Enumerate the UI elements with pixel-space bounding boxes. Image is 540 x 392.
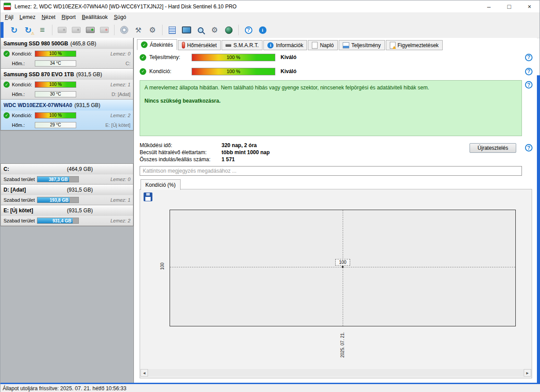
- help-icon[interactable]: [525, 54, 533, 61]
- scroll-right-icon[interactable]: [524, 369, 531, 377]
- disk-header: WDC WD10EZEX-07WN4A0 (931,5 GB): [1, 100, 133, 111]
- disk-start-button[interactable]: [84, 24, 97, 36]
- volume-letter: E: [Új kötet]: [105, 122, 130, 128]
- partition-list: C: (464,9 GB) Szabad terület 387,3 GB Le…: [0, 163, 133, 226]
- tab-smart[interactable]: S.M.A.R.T.: [222, 40, 263, 50]
- help-button[interactable]: [242, 24, 255, 36]
- disk-condition-row: Kondíció: 100 % Lemez: 2: [1, 111, 133, 120]
- chart-plot-area: 100: [170, 210, 516, 326]
- title-bar: Lemez: 2, WDC WD10EZEX-07WN4A0 [WD-WCC6Y…: [0, 0, 540, 12]
- info-icon: [267, 42, 274, 48]
- partition-item-c[interactable]: C: (464,9 GB) Szabad terület 387,3 GB Le…: [1, 164, 133, 185]
- hardware-tools-button[interactable]: [132, 24, 145, 36]
- chart-tab-kondicio[interactable]: Kondíció (%): [141, 179, 181, 190]
- disk-item-2-selected[interactable]: WDC WD10EZEX-07WN4A0 (931,5 GB) Kondíció…: [1, 100, 133, 130]
- disk-eject-button[interactable]: [70, 24, 83, 36]
- report-button[interactable]: [166, 24, 179, 36]
- stat-row: Összes indulás/leállás száma: 1 571: [140, 156, 270, 163]
- tab-naplo[interactable]: Napló: [308, 40, 337, 50]
- condition-label: Kondíció:: [12, 51, 35, 56]
- temp-label: Hőm.:: [12, 61, 35, 66]
- menu-riport[interactable]: Riport: [59, 13, 79, 22]
- tab-label: Napló: [320, 42, 333, 48]
- disk-item-1[interactable]: Samsung SSD 870 EVO 1TB (931,5 GB) Kondí…: [1, 69, 133, 100]
- world-button[interactable]: [222, 24, 235, 36]
- free-space-value: 193,8 GB: [50, 198, 69, 203]
- menu-lemez[interactable]: Lemez: [16, 13, 38, 22]
- stat-value: több mint 1000 nap: [222, 149, 270, 155]
- tab-label: Információk: [276, 42, 303, 48]
- condition-bar: 100 %: [35, 51, 76, 57]
- disk-stop-button[interactable]: [98, 24, 111, 36]
- condition-bar: 100 %: [35, 81, 76, 88]
- toolbar-separator: [52, 25, 52, 35]
- partition-item-d[interactable]: D: [Adat] (931,5 GB) Szabad terület 193,…: [1, 185, 133, 205]
- refresh-warning-button[interactable]: [22, 24, 35, 36]
- disk-seek-button[interactable]: [194, 24, 207, 36]
- settings-gear-icon: [211, 26, 218, 35]
- disk-start-icon: [86, 27, 95, 33]
- toolbar: [0, 22, 540, 38]
- tab-label: Figyelmeztetések: [398, 42, 439, 48]
- partition-size: (464,9 GB): [67, 166, 93, 172]
- main-area: Samsung SSD 980 500GB (465,8 GB) Kondíci…: [0, 38, 540, 383]
- health-status-box: A merevlemez állapota hibátlan. Nem talá…: [140, 80, 522, 136]
- partition-header: C: (464,9 GB): [1, 164, 133, 174]
- partition-name: E: [Új kötet]: [4, 207, 33, 214]
- chart-icon: [343, 42, 349, 48]
- comment-input[interactable]: [140, 166, 522, 176]
- settings-button[interactable]: [208, 24, 221, 36]
- minimize-button[interactable]: –: [479, 0, 499, 12]
- tab-label: Teljesítmény: [351, 42, 381, 48]
- temp-bar: 30 °C: [35, 91, 76, 97]
- temp-bar: 29 °C: [35, 122, 76, 128]
- partition-item-e[interactable]: E: [Új kötet] (931,5 GB) Szabad terület …: [1, 205, 133, 226]
- disk-number: Lemez: 0: [111, 51, 130, 56]
- condition-ok-icon: [140, 68, 146, 75]
- free-space-value: 387,3 GB: [49, 177, 68, 182]
- retest-button[interactable]: Újratesztelés: [470, 143, 516, 153]
- condition-row: Kondíció: 100 % Kiváló: [140, 67, 533, 76]
- monitor-button[interactable]: [180, 24, 193, 36]
- disc-icon: [120, 26, 128, 34]
- disc-burn-button[interactable]: [118, 24, 131, 36]
- menu-bar: Fájl Lemez Nézet Riport Beállítások Súgó: [0, 12, 540, 22]
- save-chart-icon[interactable]: [144, 192, 152, 201]
- disk-item-0[interactable]: Samsung SSD 980 500GB (465,8 GB) Kondíci…: [1, 38, 133, 69]
- menu-fajl[interactable]: Fájl: [2, 13, 16, 22]
- tab-informaciok[interactable]: Információk: [263, 40, 307, 50]
- volume-letter: C:: [126, 61, 130, 66]
- chart-horizontal-scrollbar[interactable]: [141, 369, 531, 377]
- disk-header: Samsung SSD 870 EVO 1TB (931,5 GB): [1, 69, 133, 80]
- refresh-button[interactable]: [7, 24, 21, 36]
- menu-beallitasok[interactable]: Beállítások: [79, 13, 111, 22]
- menu-nezet[interactable]: Nézet: [38, 13, 58, 22]
- surface-details-button[interactable]: [36, 24, 49, 36]
- tab-figyelmeztetesek[interactable]: Figyelmeztetések: [386, 40, 443, 50]
- help-icon[interactable]: [525, 68, 533, 75]
- performance-rating: Kiváló: [281, 54, 296, 60]
- tab-attekintes[interactable]: Áttekintés: [137, 39, 177, 50]
- accent-strip-right: [537, 75, 540, 392]
- disk-number: Lemez: 2: [111, 113, 130, 118]
- menu-sugo[interactable]: Súgó: [111, 13, 129, 22]
- help-icon[interactable]: [525, 144, 533, 152]
- repair-button[interactable]: [146, 24, 159, 36]
- disk-stop-icon: [100, 27, 109, 33]
- main-tabs: Áttekintés Hőmérséklet S.M.A.R.T. Inform…: [137, 39, 444, 50]
- maximize-button[interactable]: □: [499, 0, 519, 12]
- warnings-document-icon: [390, 42, 396, 49]
- disk-back-button[interactable]: [55, 24, 69, 36]
- tab-label: Áttekintés: [150, 42, 173, 48]
- tab-teljesitmeny[interactable]: Teljesítmény: [339, 40, 385, 50]
- close-button[interactable]: ×: [519, 0, 540, 12]
- scroll-left-icon[interactable]: [141, 369, 148, 377]
- information-button[interactable]: [256, 24, 269, 36]
- tab-homerseklet[interactable]: Hőmérséklet: [178, 40, 221, 50]
- help-icon[interactable]: [525, 81, 533, 89]
- free-space-label: Szabad terület: [4, 218, 37, 223]
- gridline-vertical: [343, 210, 343, 326]
- condition-chart-panel: 100 100 2025. 07. 21.: [140, 189, 532, 378]
- gear-icon: [149, 26, 155, 35]
- partition-name: D: [Adat]: [4, 187, 26, 193]
